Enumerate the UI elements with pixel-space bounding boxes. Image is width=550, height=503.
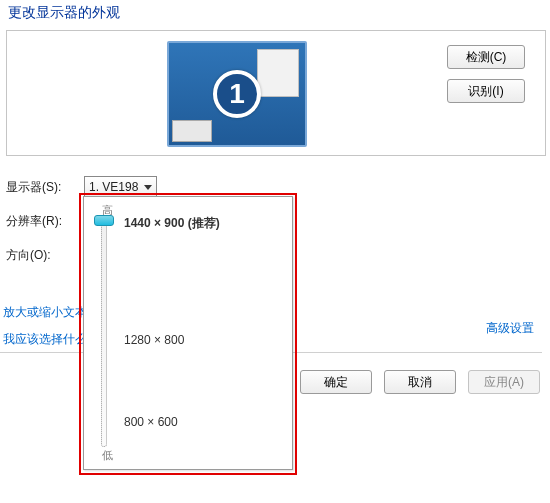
slider-track xyxy=(101,219,107,447)
help-choose-link[interactable]: 我应该选择什么 xyxy=(3,331,87,348)
display-select-value: 1. VE198 xyxy=(89,180,138,194)
identify-button-label: 识别(I) xyxy=(468,84,503,98)
resolution-option-2[interactable]: 1280 × 800 xyxy=(124,333,184,347)
resolution-option-1[interactable]: 1440 × 900 (推荐) xyxy=(124,215,220,232)
detect-button[interactable]: 检测(C) xyxy=(447,45,525,69)
resolution-popup: 高 1440 × 900 (推荐) 1280 × 800 800 × 600 低 xyxy=(83,196,293,470)
ok-button-label: 确定 xyxy=(324,375,348,389)
orientation-label: 方向(O): xyxy=(6,247,84,264)
apply-button-label: 应用(A) xyxy=(484,375,524,389)
apply-button: 应用(A) xyxy=(468,370,540,394)
monitor-number-badge: 1 xyxy=(213,70,261,118)
cancel-button-label: 取消 xyxy=(408,375,432,389)
resolution-label: 分辨率(R): xyxy=(6,213,84,230)
page-title: 更改显示器的外观 xyxy=(8,4,546,22)
slider-low-label: 低 xyxy=(102,448,113,463)
detect-button-label: 检测(C) xyxy=(466,50,507,64)
resize-text-link[interactable]: 放大或缩小文本 xyxy=(3,304,87,321)
ok-button[interactable]: 确定 xyxy=(300,370,372,394)
taskbar-preview xyxy=(172,120,212,142)
display-label: 显示器(S): xyxy=(6,179,84,196)
monitor-preview-panel: 1 检测(C) 识别(I) xyxy=(6,30,546,156)
resolution-slider[interactable] xyxy=(92,219,116,447)
advanced-settings-link[interactable]: 高级设置 xyxy=(486,321,534,335)
cancel-button[interactable]: 取消 xyxy=(384,370,456,394)
identify-button[interactable]: 识别(I) xyxy=(447,79,525,103)
monitor-preview[interactable]: 1 xyxy=(167,41,307,147)
chevron-down-icon xyxy=(144,185,152,190)
window-preview xyxy=(257,49,299,97)
slider-thumb[interactable] xyxy=(94,215,114,226)
display-select[interactable]: 1. VE198 xyxy=(84,176,157,198)
resolution-option-3[interactable]: 800 × 600 xyxy=(124,415,178,429)
